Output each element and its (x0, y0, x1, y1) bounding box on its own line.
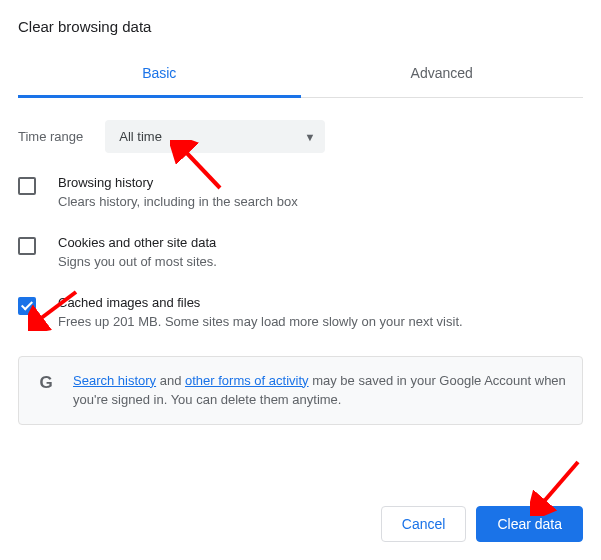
option-title: Cached images and files (58, 295, 463, 310)
option-cookies: Cookies and other site data Signs you ou… (18, 235, 583, 271)
dialog-title: Clear browsing data (18, 18, 583, 35)
link-search-history[interactable]: Search history (73, 373, 156, 388)
tabs: Basic Advanced (18, 53, 583, 98)
option-browsing-history: Browsing history Clears history, includi… (18, 175, 583, 211)
cancel-button[interactable]: Cancel (381, 506, 467, 542)
option-desc: Clears history, including in the search … (58, 193, 298, 211)
checkbox-cached[interactable] (18, 297, 36, 315)
svg-line-5 (540, 462, 578, 506)
option-desc: Signs you out of most sites. (58, 253, 217, 271)
option-title: Cookies and other site data (58, 235, 217, 250)
chevron-down-icon: ▼ (304, 131, 315, 143)
dialog-buttons: Cancel Clear data (381, 506, 583, 542)
checkbox-browsing-history[interactable] (18, 177, 36, 195)
google-icon: G (35, 373, 57, 395)
checkbox-cookies[interactable] (18, 237, 36, 255)
option-cached: Cached images and files Frees up 201 MB.… (18, 295, 583, 331)
tab-basic[interactable]: Basic (18, 53, 301, 98)
time-range-select[interactable]: All time ▼ (105, 120, 325, 153)
option-title: Browsing history (58, 175, 298, 190)
time-range-label: Time range (18, 129, 83, 144)
info-text-part: and (156, 373, 185, 388)
time-range-value: All time (119, 129, 162, 144)
clear-data-button[interactable]: Clear data (476, 506, 583, 542)
info-box: G Search history and other forms of acti… (18, 356, 583, 425)
option-desc: Frees up 201 MB. Some sites may load mor… (58, 313, 463, 331)
time-range-row: Time range All time ▼ (18, 120, 583, 153)
tab-advanced[interactable]: Advanced (301, 53, 584, 97)
info-text: Search history and other forms of activi… (73, 371, 566, 410)
link-other-activity[interactable]: other forms of activity (185, 373, 309, 388)
